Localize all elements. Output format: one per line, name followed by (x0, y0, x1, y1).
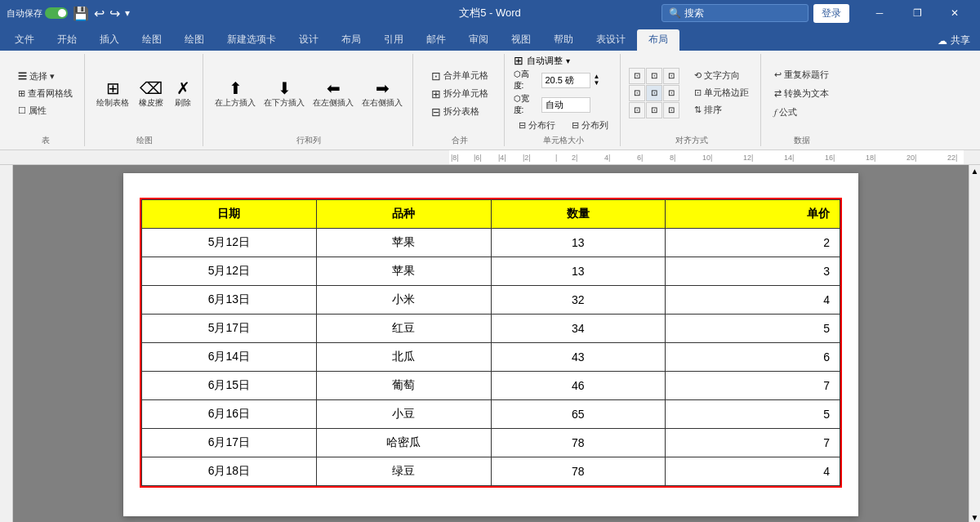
insert-right-button[interactable]: ➡ 在右侧插入 (359, 78, 406, 109)
repeat-header-button[interactable]: ↩ 重复标题行 (769, 67, 834, 83)
table-row[interactable]: 6月14日 北瓜 43 6 (142, 343, 840, 372)
cell-margins-button[interactable]: ⊡ 单元格边距 (689, 85, 754, 100)
convert-text-button[interactable]: ⇄ 转换为文本 (769, 86, 834, 101)
search-box[interactable]: 🔍 搜索 (662, 4, 808, 22)
align-mc[interactable]: ⊡ (646, 85, 662, 101)
customize-qat-icon[interactable]: ▾ (125, 7, 130, 19)
autosave-control[interactable]: 自动保存 (7, 7, 68, 20)
tab-design[interactable]: 设计 (287, 29, 330, 51)
close-button[interactable]: ✕ (936, 0, 973, 26)
undo-icon[interactable]: ↩ (94, 6, 105, 21)
split-cells-button[interactable]: ⊞ 拆分单元格 (426, 86, 493, 102)
auto-fit-dropdown-icon[interactable]: ▾ (566, 56, 570, 65)
draw-table-button[interactable]: ⊞ 绘制表格 (93, 78, 132, 109)
eraser-icon: ⌫ (140, 80, 163, 96)
align-mr[interactable]: ⊡ (663, 85, 679, 101)
cell-variety-5: 北瓜 (316, 343, 491, 372)
repeat-header-label: 重复标题行 (784, 69, 829, 81)
insert-left-button[interactable]: ⬅ 在左侧插入 (310, 78, 357, 109)
draw-table-icon: ⊞ (106, 80, 120, 96)
redo-icon[interactable]: ↪ (109, 6, 120, 21)
eraser-label: 橡皮擦 (139, 98, 163, 108)
alignment-grid: ⊡ ⊡ ⊡ ⊡ ⊡ ⊡ ⊡ ⊡ ⊡ (629, 68, 679, 118)
table-row[interactable]: 6月15日 葡萄 46 7 (142, 372, 840, 400)
cell-date-6: 6月15日 (142, 372, 317, 400)
tab-draw2[interactable]: 绘图 (173, 29, 216, 51)
cell-date-1: 5月12日 (142, 229, 317, 257)
cell-qty-3: 32 (491, 286, 666, 315)
table-row[interactable]: 6月16日 小豆 65 5 (142, 400, 840, 429)
cell-margins-label: 单元格边距 (704, 87, 749, 99)
ribbon: 文件 开始 插入 绘图 绘图 新建选项卡 设计 布局 引用 邮件 审阅 视图 帮… (0, 26, 980, 150)
tab-view[interactable]: 视图 (500, 29, 542, 51)
text-direction-button[interactable]: ⟲ 文字方向 (689, 68, 754, 83)
cell-variety-6: 葡萄 (316, 372, 491, 400)
sort-button[interactable]: ⇅ 排序 (689, 102, 754, 118)
repeat-header-icon: ↩ (774, 69, 782, 80)
draw-group-label: 绘图 (136, 135, 153, 146)
tab-layout-page[interactable]: 布局 (330, 29, 372, 51)
save-icon[interactable]: 💾 (73, 6, 89, 21)
tab-home[interactable]: 开始 (46, 29, 88, 51)
restore-button[interactable]: ❐ (898, 0, 936, 26)
table-row[interactable]: 5月12日 苹果 13 3 (142, 257, 840, 286)
ribbon-group-merge: ⊡ 合并单元格 ⊞ 拆分单元格 ⊟ 拆分表格 合并 (415, 54, 505, 146)
eraser-button[interactable]: ⌫ 橡皮擦 (136, 78, 167, 109)
height-input[interactable]: 20.5 磅 (541, 73, 590, 88)
distribute-cols-button[interactable]: ⊟ 分布列 (567, 118, 613, 133)
delete-button[interactable]: ✗ 刷除 (170, 78, 196, 109)
autosave-toggle[interactable] (45, 7, 68, 19)
formula-button[interactable]: 𝑓 公式 (769, 105, 834, 120)
scroll-up-arrow[interactable]: ▲ (971, 167, 979, 176)
distribute-rows-button[interactable]: ⊟ 分布行 (514, 118, 560, 133)
split-cells-icon: ⊞ (431, 87, 441, 100)
view-gridlines-button[interactable]: ⊞查看网格线 (13, 86, 78, 101)
tab-help[interactable]: 帮助 (542, 29, 585, 51)
document-scroll[interactable]: 日期 品种 数量 单价 5月12日 苹果 13 2 (13, 165, 969, 522)
vertical-scrollbar[interactable]: ▲ ▼ (969, 165, 980, 522)
cell-date-9: 6月18日 (142, 457, 317, 486)
table-row[interactable]: 6月18日 绿豆 78 4 (142, 457, 840, 486)
tab-mailings[interactable]: 邮件 (415, 29, 457, 51)
height-spinners[interactable]: ▲ ▼ (594, 74, 600, 87)
table-row[interactable]: 6月13日 小米 32 4 (142, 286, 840, 315)
tab-draw1[interactable]: 绘图 (131, 29, 173, 51)
tab-references[interactable]: 引用 (372, 29, 415, 51)
cell-price-1: 2 (666, 229, 840, 257)
insert-below-label: 在下方插入 (264, 98, 305, 108)
insert-below-button[interactable]: ⬇ 在下方插入 (261, 78, 308, 109)
login-button[interactable]: 登录 (813, 4, 849, 23)
align-br[interactable]: ⊡ (663, 102, 679, 118)
properties-button[interactable]: ☐属性 (13, 103, 78, 118)
align-bc[interactable]: ⊡ (646, 102, 662, 118)
table-row[interactable]: 5月17日 红豆 34 5 (142, 315, 840, 343)
tab-insert[interactable]: 插入 (88, 29, 131, 51)
tab-file[interactable]: 文件 (3, 29, 46, 51)
cell-date-5: 6月14日 (142, 343, 317, 372)
width-input[interactable]: 自动 (541, 97, 590, 113)
align-ml[interactable]: ⊡ (629, 85, 645, 101)
tab-table-design[interactable]: 表设计 (585, 29, 637, 51)
width-label: ⬡宽度: (514, 93, 538, 116)
align-tr[interactable]: ⊡ (663, 68, 679, 84)
table-row[interactable]: 6月17日 哈密瓜 78 7 (142, 429, 840, 457)
header-qty: 数量 (491, 200, 666, 229)
cell-price-3: 4 (666, 286, 840, 315)
delete-icon: ✗ (176, 80, 190, 96)
search-placeholder: 搜索 (684, 7, 704, 20)
align-tl[interactable]: ⊡ (629, 68, 645, 84)
align-bl[interactable]: ⊡ (629, 102, 645, 118)
tab-new[interactable]: 新建选项卡 (216, 29, 287, 51)
scroll-down-arrow[interactable]: ▼ (971, 513, 979, 522)
cell-date-8: 6月17日 (142, 429, 317, 457)
insert-above-button[interactable]: ⬆ 在上方插入 (212, 78, 259, 109)
table-row[interactable]: 5月12日 苹果 13 2 (142, 229, 840, 257)
tab-review[interactable]: 审阅 (457, 29, 500, 51)
minimize-button[interactable]: ─ (861, 0, 898, 26)
tab-layout-table[interactable]: 布局 (637, 29, 679, 51)
share-button[interactable]: ☁ 共享 (928, 30, 980, 51)
merge-cells-button[interactable]: ⊡ 合并单元格 (426, 68, 493, 84)
split-table-button[interactable]: ⊟ 拆分表格 (426, 104, 493, 120)
align-tc[interactable]: ⊡ (646, 68, 662, 84)
select-button[interactable]: ☰ 选择 ▾ (13, 69, 78, 84)
